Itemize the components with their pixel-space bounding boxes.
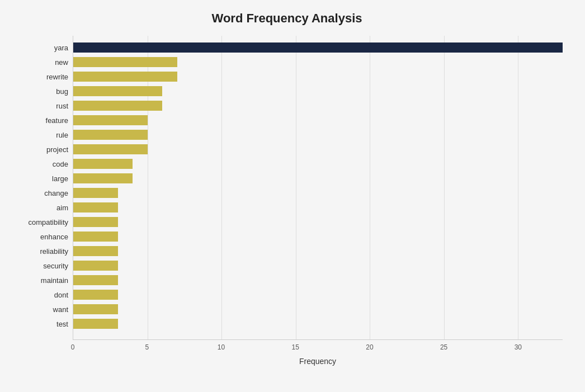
x-axis-title: Frequency bbox=[73, 357, 563, 366]
bar-row-want bbox=[73, 302, 563, 317]
bar-feature bbox=[73, 115, 148, 125]
bar-bug bbox=[73, 86, 162, 96]
x-axis-labels: 051015202530 bbox=[73, 343, 563, 355]
bar-code bbox=[73, 159, 133, 169]
y-label-rule: rule bbox=[56, 127, 73, 142]
y-label-bug: bug bbox=[56, 84, 73, 98]
bar-row-security bbox=[73, 258, 563, 273]
bar-security bbox=[73, 261, 118, 271]
y-label-large: large bbox=[52, 171, 73, 186]
bar-yara bbox=[73, 42, 563, 53]
y-axis: yaranewrewritebugrustfeatureruleprojectc… bbox=[11, 36, 73, 366]
bar-aim bbox=[73, 202, 118, 212]
bar-row-rust bbox=[73, 98, 563, 113]
y-label-dont: dont bbox=[54, 287, 73, 302]
bar-project bbox=[73, 144, 148, 154]
y-label-compatibility: compatibility bbox=[28, 215, 73, 229]
chart-title: Word Frequency Analysis bbox=[11, 11, 563, 26]
x-tick-15: 15 bbox=[291, 343, 299, 351]
bar-rust bbox=[73, 101, 162, 111]
bar-row-rewrite bbox=[73, 69, 563, 84]
bar-row-new bbox=[73, 55, 563, 69]
y-label-change: change bbox=[44, 186, 73, 200]
plot-area: 051015202530 Frequency bbox=[73, 36, 563, 366]
y-label-enhance: enhance bbox=[40, 229, 73, 244]
bar-rule bbox=[73, 130, 148, 140]
bar-row-maintain bbox=[73, 273, 563, 287]
bar-row-aim bbox=[73, 200, 563, 215]
x-tick-5: 5 bbox=[145, 343, 149, 351]
bar-row-feature bbox=[73, 113, 563, 127]
bar-row-yara bbox=[73, 40, 563, 55]
y-label-rust: rust bbox=[56, 98, 73, 113]
y-label-yara: yara bbox=[54, 40, 73, 55]
x-tick-0: 0 bbox=[71, 343, 75, 351]
grid-and-bars bbox=[73, 36, 563, 340]
bar-row-code bbox=[73, 157, 563, 171]
bar-row-rule bbox=[73, 127, 563, 142]
bar-row-change bbox=[73, 186, 563, 200]
y-label-want: want bbox=[53, 302, 73, 317]
y-label-test: test bbox=[56, 317, 73, 331]
bar-row-enhance bbox=[73, 229, 563, 244]
y-label-new: new bbox=[55, 55, 73, 69]
bar-row-dont bbox=[73, 287, 563, 302]
bar-new bbox=[73, 57, 177, 67]
y-label-security: security bbox=[43, 258, 73, 273]
y-label-code: code bbox=[53, 157, 73, 171]
y-label-project: project bbox=[46, 142, 73, 157]
bar-row-bug bbox=[73, 84, 563, 98]
chart-area: yaranewrewritebugrustfeatureruleprojectc… bbox=[11, 36, 563, 366]
bar-large bbox=[73, 173, 133, 183]
bar-reliability bbox=[73, 246, 118, 256]
bar-maintain bbox=[73, 275, 118, 285]
x-tick-30: 30 bbox=[515, 343, 522, 351]
bar-change bbox=[73, 188, 118, 198]
y-label-reliability: reliability bbox=[40, 244, 73, 258]
y-label-aim: aim bbox=[56, 200, 73, 215]
y-label-rewrite: rewrite bbox=[46, 69, 73, 84]
bar-want bbox=[73, 304, 118, 314]
bar-row-test bbox=[73, 317, 563, 331]
bars-container bbox=[73, 36, 563, 339]
x-tick-25: 25 bbox=[440, 343, 447, 351]
bar-row-reliability bbox=[73, 244, 563, 258]
y-label-feature: feature bbox=[46, 113, 73, 127]
bar-test bbox=[73, 319, 118, 329]
bar-row-compatibility bbox=[73, 215, 563, 229]
x-tick-20: 20 bbox=[366, 343, 373, 351]
bar-rewrite bbox=[73, 72, 177, 82]
bar-row-project bbox=[73, 142, 563, 157]
chart-container: Word Frequency Analysis yaranewrewritebu… bbox=[0, 0, 585, 392]
bar-row-large bbox=[73, 171, 563, 186]
y-label-maintain: maintain bbox=[41, 273, 73, 287]
bar-compatibility bbox=[73, 217, 118, 227]
bar-dont bbox=[73, 290, 118, 300]
bar-enhance bbox=[73, 232, 118, 242]
x-tick-10: 10 bbox=[218, 343, 225, 351]
